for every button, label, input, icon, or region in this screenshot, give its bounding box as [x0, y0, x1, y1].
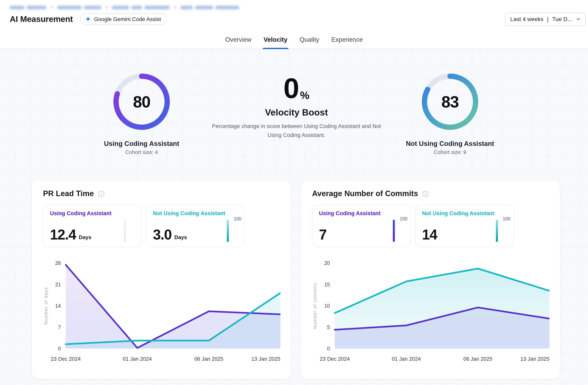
- boost-value-row: 0 %: [283, 74, 309, 102]
- gauge-caption: Using Coding Assistant: [104, 140, 179, 148]
- svg-text:5: 5: [327, 325, 330, 330]
- svg-text:20: 20: [324, 260, 330, 266]
- tab-quality[interactable]: Quality: [298, 33, 320, 49]
- pr-lead-time-card: PR Lead Time Using Coding Assistant 12.4…: [31, 180, 291, 379]
- gemini-code-assist-badge[interactable]: Google Gemini Code Assist: [80, 13, 167, 25]
- score-mini-bar-max: 100: [234, 216, 241, 221]
- metric-cards-row: PR Lead Time Using Coding Assistant 12.4…: [0, 180, 588, 379]
- svg-text:14: 14: [55, 303, 61, 308]
- svg-text:01 Jan 2024: 01 Jan 2024: [392, 356, 421, 362]
- svg-text:06 Jan 2025: 06 Jan 2025: [463, 356, 492, 362]
- stat-tile-label: Not Using Coding Assistant: [422, 210, 507, 216]
- breadcrumb-item[interactable]: [181, 5, 239, 9]
- score-mini-bar: [124, 220, 126, 242]
- stat-tile-label: Using Coding Assistant: [50, 210, 135, 216]
- card-title: Average Number of Commits: [312, 189, 418, 198]
- pr-lead-time-chart: 0714212823 Dec 202401 Jan 202406 Jan 202…: [43, 252, 280, 369]
- svg-text:01 Jan 2024: 01 Jan 2024: [123, 356, 152, 362]
- breadcrumb: >>>: [0, 0, 588, 11]
- page-title: AI Measurement: [10, 14, 73, 24]
- svg-text:7: 7: [58, 325, 61, 330]
- stat-value: 14: [422, 227, 437, 242]
- tab-velocity[interactable]: Velocity: [262, 33, 289, 49]
- score-value: 83: [420, 71, 481, 132]
- tab-overview[interactable]: Overview: [224, 33, 252, 49]
- score-mini-bar: [227, 220, 229, 242]
- score-mini-bar-max: 100: [400, 216, 407, 221]
- breadcrumb-separator: >: [174, 4, 176, 10]
- svg-text:15: 15: [324, 282, 330, 287]
- score-mini-bar-max: 100: [503, 216, 510, 221]
- breadcrumb-item[interactable]: [10, 5, 46, 9]
- stat-tile-using: Using Coding Assistant 7 100: [312, 205, 411, 247]
- info-icon[interactable]: [98, 190, 105, 197]
- gauge-not-using-coding-assistant: 83 Not Using Coding Assistant Cohort siz…: [397, 71, 503, 155]
- stat-tile-not-using: Not Using Coding Assistant 3.0 Days 100: [146, 205, 245, 247]
- boost-title: Velocity Boost: [201, 107, 392, 118]
- tab-bar: Overview Velocity Quality Experience: [0, 27, 588, 49]
- average-commits-card: Average Number of Commits Using Coding A…: [300, 180, 560, 379]
- stat-unit: Days: [79, 234, 91, 240]
- svg-text:28: 28: [55, 260, 61, 266]
- time-range-value: Last 4 weeks: [510, 16, 543, 22]
- velocity-boost-block: 0 % Velocity Boost Percentage change in …: [201, 74, 392, 140]
- boost-value: 0: [283, 74, 299, 102]
- breadcrumb-separator: >: [105, 4, 108, 10]
- cohort-size-label: Cohort size: 9: [434, 149, 466, 155]
- stat-tile-not-using: Not Using Coding Assistant 14 100: [415, 205, 514, 247]
- time-range-divider: |: [546, 16, 549, 22]
- top-bar: >>> AI Measurement Google Gemini Code As…: [0, 0, 588, 49]
- stat-tile-using: Using Coding Assistant 12.4 Days: [43, 205, 142, 247]
- breadcrumb-item[interactable]: [57, 5, 101, 9]
- stat-tile-label: Not Using Coding Assistant: [153, 210, 238, 216]
- score-mini-bar: [393, 220, 395, 242]
- svg-text:0: 0: [327, 346, 330, 351]
- time-range-select[interactable]: Last 4 weeks | Tue D...: [505, 12, 586, 26]
- svg-text:06 Jan 2025: 06 Jan 2025: [194, 356, 223, 362]
- svg-text:13 Jan 2025: 13 Jan 2025: [252, 356, 280, 362]
- stat-unit: Days: [174, 234, 187, 240]
- svg-text:13 Jan 2025: 13 Jan 2025: [521, 356, 549, 362]
- badge-label: Google Gemini Code Assist: [94, 16, 161, 22]
- card-title: PR Lead Time: [43, 189, 94, 198]
- velocity-score-section: 80 Using Coding Assistant Cohort size: 4…: [0, 49, 588, 180]
- main-content: 80 Using Coding Assistant Cohort size: 4…: [0, 49, 588, 385]
- breadcrumb-separator: >: [50, 4, 53, 10]
- svg-text:Number of days: Number of days: [43, 287, 48, 325]
- header-row: AI Measurement Google Gemini Code Assist…: [0, 11, 588, 27]
- gauge-using-coding-assistant: 80 Using Coding Assistant Cohort size: 4: [89, 71, 194, 155]
- boost-description: Percentage change in score between Using…: [201, 122, 392, 140]
- svg-text:23 Dec 2024: 23 Dec 2024: [51, 356, 81, 362]
- svg-text:23 Dec 2024: 23 Dec 2024: [320, 356, 350, 362]
- page: >>> AI Measurement Google Gemini Code As…: [0, 0, 588, 385]
- score-mini-bar: [496, 220, 498, 242]
- stat-value: 12.4: [50, 227, 76, 242]
- gemini-sparkle-icon: [84, 16, 91, 22]
- tab-experience[interactable]: Experience: [330, 33, 364, 49]
- svg-text:0: 0: [58, 346, 61, 351]
- chevron-down-icon: [575, 16, 581, 22]
- breadcrumb-item[interactable]: [112, 5, 170, 9]
- time-range-detail: Tue D...: [552, 16, 572, 22]
- gauge-caption: Not Using Coding Assistant: [406, 140, 494, 148]
- boost-unit: %: [300, 90, 309, 102]
- svg-text:21: 21: [55, 282, 61, 287]
- svg-text:Number of commits: Number of commits: [313, 283, 317, 329]
- svg-text:10: 10: [324, 303, 330, 308]
- info-icon[interactable]: [422, 190, 429, 197]
- score-value: 80: [111, 71, 172, 132]
- stat-tile-label: Using Coding Assistant: [319, 210, 404, 216]
- cohort-size-label: Cohort size: 4: [126, 149, 158, 155]
- stat-value: 3.0: [153, 227, 171, 242]
- average-commits-chart: 0510152023 Dec 202401 Jan 202406 Jan 202…: [312, 252, 549, 369]
- stat-value: 7: [319, 227, 326, 242]
